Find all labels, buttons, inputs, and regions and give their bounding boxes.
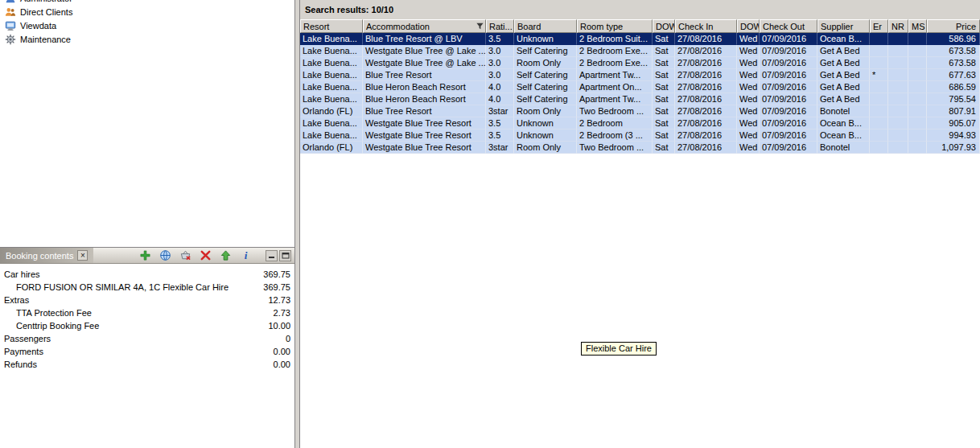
globe-icon[interactable] (159, 249, 172, 262)
cell-supplier: Get A Bed (817, 93, 870, 105)
column-header-er[interactable]: Er (870, 19, 888, 33)
column-header-room-type[interactable]: Room type (577, 19, 653, 33)
result-row[interactable]: Lake Buena...Westgate Blue Tree @ Lake .… (300, 45, 980, 57)
column-header-dow[interactable]: DOW (653, 19, 675, 33)
cell-rati: 3.0 (486, 69, 514, 81)
column-header-nr[interactable]: NR (888, 19, 908, 33)
cell-check-out: 07/09/2016 (760, 81, 817, 93)
column-header-board[interactable]: Board (514, 19, 577, 33)
booking-row[interactable]: Payments0.00 (0, 345, 294, 358)
close-icon[interactable]: × (77, 250, 88, 261)
tree-item-direct-clients[interactable]: Direct Clients (0, 5, 294, 18)
column-header-dow[interactable]: DOW (737, 19, 760, 33)
tree-item-maintenance[interactable]: Maintenance (0, 32, 294, 46)
cell-accommodation: Blue Heron Beach Resort (363, 81, 486, 93)
column-header-rati[interactable]: Rati... (486, 19, 514, 33)
result-row[interactable]: Lake Buena...Westgate Blue Tree Resort3.… (300, 117, 980, 129)
cell-supplier: Ocean B... (817, 129, 870, 142)
cell-ms (908, 45, 927, 57)
booking-row[interactable]: FORD FUSION OR SIMILAR 4A, 1C Flexible C… (0, 281, 294, 294)
cell-dow: Sat (653, 45, 675, 57)
cell-room-type: Two Bedroom ... (577, 142, 653, 154)
result-row[interactable]: Lake Buena...Westgate Blue Tree Resort3.… (300, 129, 980, 142)
booking-row[interactable]: Passengers0 (0, 332, 294, 345)
cell-board: Self Catering (514, 81, 577, 93)
delete-icon[interactable] (199, 249, 212, 262)
cell-price: 905.07 (927, 117, 980, 129)
clients-icon (4, 6, 16, 18)
cell-accommodation: Westgate Blue Tree Resort (363, 117, 486, 129)
cell-supplier: Get A Bed (817, 45, 870, 57)
column-header-price[interactable]: Price (927, 19, 980, 33)
cell-resort: Orlando (FL) (300, 105, 363, 117)
cell-er (870, 33, 888, 45)
column-header-label: Resort (303, 22, 329, 31)
column-header-label: Room type (580, 22, 623, 31)
tree-item-viewdata[interactable]: Viewdata (0, 18, 294, 32)
column-header-supplier[interactable]: Supplier (817, 19, 870, 33)
booking-row[interactable]: Centtrip Booking Fee10.00 (0, 319, 294, 332)
column-header-accommodation[interactable]: Accommodation (363, 19, 486, 33)
cell-dow: Sat (653, 93, 675, 105)
booking-row[interactable]: Car hires369.75 (0, 268, 294, 281)
tab-booking-contents[interactable]: Booking contents × (0, 248, 93, 263)
result-row[interactable]: Lake Buena...Blue Tree Resort3.0Self Cat… (300, 69, 980, 81)
cell-ms (908, 81, 927, 93)
booking-row[interactable]: Extras12.73 (0, 294, 294, 306)
cell-price: 673.58 (927, 57, 980, 69)
cell-accommodation: Westgate Blue Tree @ Lake ... (363, 57, 486, 69)
booking-row-label: Centtrip Booking Fee (0, 321, 268, 331)
result-row[interactable]: Orlando (FL)Westgate Blue Tree Resort3st… (300, 142, 980, 154)
result-row[interactable]: Lake Buena...Westgate Blue Tree @ Lake .… (300, 57, 980, 69)
cell-dow: Sat (653, 105, 675, 117)
cell-ms (908, 69, 927, 81)
cell-nr (888, 33, 908, 45)
booking-row-label: Passengers (0, 334, 286, 343)
cell-room-type: Apartment On... (577, 81, 653, 93)
cell-check-in: 27/08/2016 (675, 105, 737, 117)
maintenance-icon (4, 33, 16, 45)
result-row[interactable]: Lake Buena...Blue Heron Beach Resort4.0S… (300, 93, 980, 105)
cell-rati: 4.0 (486, 93, 514, 105)
booking-contents-panel: Booking contents × i Car hires369.75FORD… (0, 247, 294, 448)
minimize-button[interactable] (266, 250, 278, 261)
column-header-resort[interactable]: Resort (300, 19, 363, 33)
booking-row[interactable]: Refunds0.00 (0, 358, 294, 371)
cell-board: Self Catering (514, 45, 577, 57)
cell-nr (888, 117, 908, 129)
cell-dow: Wed (737, 45, 760, 57)
cell-room-type: Apartment Tw... (577, 69, 653, 81)
cell-board: Unknown (514, 33, 577, 45)
info-icon[interactable]: i (239, 249, 253, 262)
cell-nr (888, 57, 908, 69)
result-row[interactable]: Lake Buena...Blue Heron Beach Resort4.0S… (300, 81, 980, 93)
column-header-check-in[interactable]: Check In (675, 19, 737, 33)
cell-accommodation: Westgate Blue Tree Resort (363, 142, 486, 154)
filter-icon[interactable] (476, 22, 484, 32)
add-icon[interactable] (138, 249, 152, 262)
cell-ms (908, 129, 927, 142)
cell-room-type: 2 Bedroom Exe... (577, 45, 653, 57)
booking-row-value: 10.00 (268, 321, 294, 331)
booking-row[interactable]: TTA Protection Fee2.73 (0, 306, 294, 319)
cell-nr (888, 142, 908, 154)
maximize-button[interactable] (279, 250, 291, 261)
cell-dow: Wed (737, 105, 760, 117)
upload-icon[interactable] (219, 249, 233, 262)
column-header-ms[interactable]: MS (908, 19, 927, 33)
cell-ms (908, 117, 927, 129)
results-table: Lake Buena...Blue Tree Resort @ LBV3.5Un… (300, 33, 980, 154)
booking-row-label: Car hires (0, 269, 263, 279)
cell-price: 677.63 (927, 69, 980, 81)
cell-nr (888, 45, 908, 57)
cell-price: 586.96 (927, 33, 980, 45)
cell-nr (888, 129, 908, 142)
result-row[interactable]: Lake Buena...Blue Tree Resort @ LBV3.5Un… (300, 33, 980, 45)
result-row[interactable]: Orlando (FL)Blue Tree Resort3starRoom On… (300, 105, 980, 117)
column-header-check-out[interactable]: Check Out (760, 19, 817, 33)
cell-rati: 3star (486, 142, 514, 154)
vertical-splitter[interactable] (294, 0, 300, 448)
basket-remove-icon[interactable] (179, 249, 192, 262)
cell-resort: Lake Buena... (300, 129, 363, 142)
cell-er (870, 142, 888, 154)
